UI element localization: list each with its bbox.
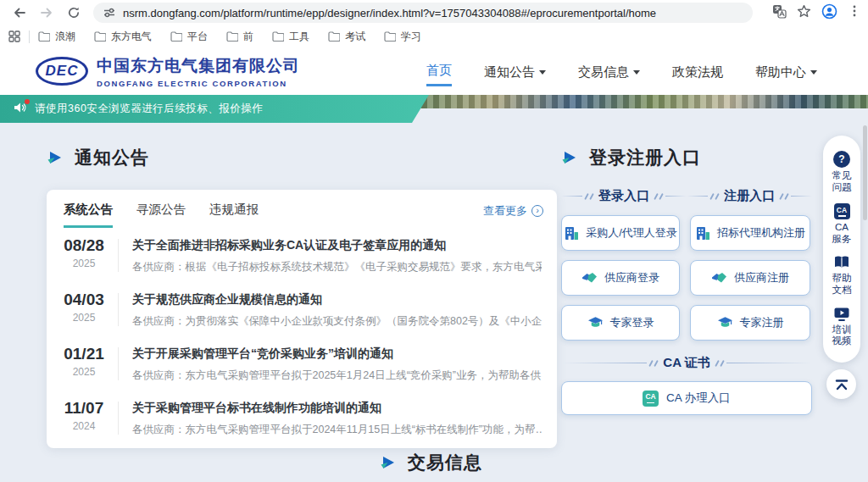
tab-system-notices[interactable]: 系统公告 — [64, 202, 113, 228]
tab-sourcing-notices[interactable]: 寻源公告 — [136, 202, 186, 228]
notice-row[interactable]: 08/28 2025 关于全面推进非招标采购业务CA认证及电子签章应用的通知 各… — [47, 228, 557, 282]
question-icon: ? — [833, 151, 850, 168]
entry-column-headers: 登录入口 注册入口 — [561, 188, 812, 204]
collapse-top-icon — [834, 378, 849, 391]
notice-title[interactable]: 关于规范供应商企业规模信息的通知 — [132, 292, 542, 307]
notice-desc: 各供应商：为贯彻落实《保障中小企业款项支付条例》（国务院令第802号）及《中小企… — [132, 314, 542, 329]
training-video-icon — [833, 307, 850, 322]
divider — [29, 30, 30, 43]
bookmark-gongju[interactable]: 工具 — [272, 30, 309, 44]
toolbar-actions — [772, 3, 861, 23]
expert-register-button[interactable]: 专家注册 — [690, 305, 810, 341]
view-more-link[interactable]: 查看更多 › — [483, 203, 543, 226]
notice-title[interactable]: 关于全面推进非招标采购业务CA认证及电子签章应用的通知 — [132, 238, 542, 253]
notice-date: 01/21 2025 — [57, 345, 111, 378]
notice-date: 08/28 2025 — [57, 236, 111, 269]
folder-icon — [272, 31, 284, 42]
bookmark-xuexi[interactable]: 学习 — [384, 30, 421, 44]
ca-card-icon: CA — [834, 203, 850, 219]
back-icon[interactable] — [12, 5, 27, 20]
reload-icon[interactable] — [66, 5, 81, 20]
chevron-down-icon — [633, 70, 640, 75]
tab-violation-reports[interactable]: 违规通报 — [209, 202, 259, 228]
supplier-register-button[interactable]: 供应商注册 — [690, 260, 810, 296]
divider — [118, 402, 119, 435]
nav-item-policies[interactable]: 政策法规 — [672, 58, 723, 86]
chrome-menu-icon[interactable] — [848, 4, 861, 21]
profile-avatar-icon[interactable] — [821, 3, 837, 23]
site-settings-icon[interactable] — [103, 7, 115, 19]
purchaser-agent-login-button[interactable]: 采购人/代理人登录 — [561, 215, 680, 251]
nav-item-help-center[interactable]: 帮助中心 — [755, 58, 817, 86]
company-logo[interactable]: DEC 中国东方电气集团有限公司 DONGFANG ELECTRIC CORPO… — [36, 55, 300, 88]
graduation-cap-icon — [587, 316, 604, 330]
section-title-text: 通知公告 — [75, 146, 149, 169]
notice-title[interactable]: 关于采购管理平台标书在线制作功能培训的通知 — [132, 401, 542, 416]
notice-desc: 各供应商：东方电气采购管理平台拟于2025年1月24日上线“竞价采购”业务，为帮… — [132, 368, 542, 383]
notices-tabs: 系统公告 寻源公告 违规通报 查看更多 › — [47, 190, 557, 228]
circle-chevron-icon: › — [531, 205, 543, 217]
login-register-panel: 登录注册入口 登录入口 注册入口 采购人/代理人登录 招标代理机构注册 — [561, 146, 812, 415]
notice-date: 11/07 2024 — [57, 399, 111, 432]
bidding-agency-register-button[interactable]: 招标代理机构注册 — [690, 215, 810, 251]
bookmark-dongfang[interactable]: 东方电气 — [94, 30, 152, 44]
sidebar-item-ca-service[interactable]: CA CA服务 — [831, 203, 853, 246]
notice-date: 04/03 2025 — [57, 291, 111, 324]
entry-buttons: 采购人/代理人登录 招标代理机构注册 供应商登录 供应商注册 专家登录 专家注册 — [561, 215, 812, 341]
divider — [118, 239, 119, 272]
expert-login-button[interactable]: 专家登录 — [561, 305, 680, 341]
register-entry-header: 注册入口 — [687, 188, 812, 204]
organization-icon — [695, 226, 710, 241]
section-title-text: 交易信息 — [408, 451, 482, 474]
sidebar-item-help-doc[interactable]: 帮助文档 — [831, 255, 853, 296]
sidebar-item-faq[interactable]: ? 常见问题 — [831, 151, 853, 194]
notice-row[interactable]: 04/03 2025 关于规范供应商企业规模信息的通知 各供应商：为贯彻落实《保… — [47, 282, 557, 336]
dec-logo-badge: DEC — [36, 57, 88, 86]
bookmark-star-icon[interactable] — [797, 4, 811, 22]
nav-item-trade-info[interactable]: 交易信息 — [578, 58, 640, 86]
folder-icon — [38, 31, 50, 42]
section-arrow-icon — [47, 150, 64, 165]
collapse-to-top-button[interactable] — [826, 369, 856, 399]
bookmark-pingtai[interactable]: 平台 — [170, 30, 208, 44]
address-bar[interactable]: nsrm.dongfang.com/platform/runtime/epp/d… — [93, 3, 753, 23]
divider — [118, 347, 119, 380]
folder-icon — [226, 31, 238, 42]
ribbon-message: 请使用360安全浏览器进行后续投标、报价操作 — [35, 102, 263, 116]
login-entry-header: 登录入口 — [561, 188, 687, 204]
trade-info-section-title: 交易信息 — [380, 451, 482, 474]
nav-item-home[interactable]: 首页 — [426, 56, 452, 86]
folder-icon — [94, 31, 106, 42]
nav-item-notices[interactable]: 通知公告 — [484, 58, 546, 86]
ca-card-icon: CA — [643, 391, 659, 407]
notice-desc: 各供应商：东方电气采购管理平台拟于2024年11月15日上线“标书在线制作”功能… — [132, 423, 542, 437]
organization-icon — [564, 226, 579, 241]
section-arrow-icon — [561, 150, 578, 165]
main-nav: 首页 通知公告 交易信息 政策法规 帮助中心 — [426, 56, 817, 86]
page: nsrm.dongfang.com/platform/runtime/epp/d… — [0, 0, 868, 482]
scrollbar-thumb[interactable] — [863, 125, 867, 220]
translate-icon[interactable] — [772, 4, 787, 22]
bookmark-qian[interactable]: 前 — [226, 30, 253, 44]
sidebar-item-training-video[interactable]: 培训视频 — [831, 307, 853, 348]
handshake-icon — [581, 271, 598, 285]
chevron-down-icon — [539, 70, 546, 75]
notice-row[interactable]: 11/07 2024 关于采购管理平台标书在线制作功能培训的通知 各供应商：东方… — [47, 391, 557, 445]
url-text: nsrm.dongfang.com/platform/runtime/epp/d… — [123, 7, 656, 19]
ca-apply-button[interactable]: CA CA 办理入口 — [561, 381, 812, 415]
forward-icon[interactable] — [39, 5, 54, 20]
notice-title[interactable]: 关于开展采购管理平台“竞价采购业务”培训的通知 — [132, 346, 542, 362]
ca-cert-header: CA 证书 — [561, 355, 812, 371]
supplier-login-button[interactable]: 供应商登录 — [561, 260, 680, 296]
divider — [118, 293, 119, 326]
folder-icon — [328, 31, 340, 42]
section-arrow-icon — [380, 455, 397, 470]
graduation-cap-icon — [717, 316, 733, 330]
company-name-en: DONGFANG ELECTRIC CORPORATION — [97, 79, 300, 88]
bookmark-langchao[interactable]: 浪潮 — [38, 30, 75, 44]
floating-sidebar: ? 常见问题 CA CA服务 帮助文档 培训视频 — [823, 136, 860, 363]
browser-toolbar: nsrm.dongfang.com/platform/runtime/epp/d… — [0, 0, 868, 25]
notice-row[interactable]: 01/21 2025 关于开展采购管理平台“竞价采购业务”培训的通知 各供应商：… — [47, 336, 557, 391]
bookmark-kaoshi[interactable]: 考试 — [328, 30, 365, 44]
apps-grid-icon[interactable] — [7, 29, 22, 44]
